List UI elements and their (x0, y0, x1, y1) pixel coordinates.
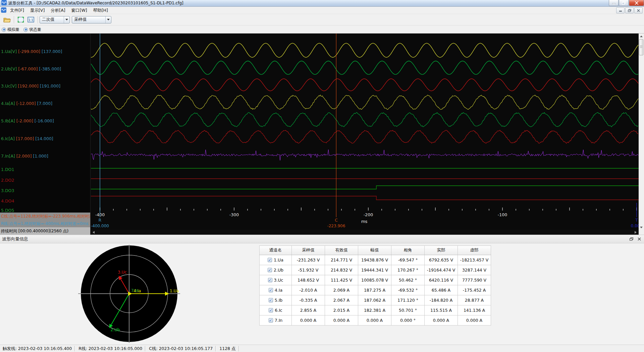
scroll-down-icon[interactable] (639, 225, 644, 230)
svg-text:3.Uc: 3.Uc (118, 270, 127, 275)
chevron-down-icon[interactable] (64, 16, 69, 23)
value-cell: 0.000 A (358, 315, 391, 326)
r-cursor-info: R线:点号=1,绝对时标=-400ms,相对时差=0ms (0, 220, 91, 227)
scroll-right-icon[interactable] (633, 230, 638, 235)
channel-name: 2.Ub (274, 268, 283, 273)
status-item-1: R线: 2023-02-03 10:16:05.000 (76, 346, 145, 351)
cursor-T[interactable]: T0.000 (631, 203, 639, 228)
channel-label-5.Ib[interactable]: 5.Ib[A] [-2.000] [-16.000] (1, 118, 54, 123)
channel-label-7.In[interactable]: 7.In[A] [2.000] [1.000] (1, 154, 48, 159)
child-minimize-button[interactable] (616, 7, 625, 13)
value-cell: 6420.116 V (425, 275, 458, 285)
column-header-5[interactable]: 实部 (425, 246, 458, 255)
channel-label-2.DO2[interactable]: 2.DO2 (1, 178, 14, 183)
column-header-2[interactable]: 有效值 (325, 246, 358, 255)
menu-item-3[interactable]: 窗口[W] (68, 7, 90, 14)
column-header-3[interactable]: 幅值 (358, 246, 391, 255)
table-row[interactable]: ✓3.Uc148.652 V111.425 V10085.078 V50.462… (260, 275, 491, 285)
table-row[interactable]: ✓7.In0.000 A0.000 A0.000 A0.000 °0.000 A… (260, 315, 491, 326)
channel-checkbox[interactable]: ✓ (269, 298, 273, 302)
child-close-button[interactable] (634, 7, 643, 13)
trace-3.Uc (91, 79, 638, 91)
value-cell: 19444.341 V (358, 265, 391, 275)
value-cell: 115.515 A (425, 305, 458, 315)
trace-3.DO3 (91, 186, 639, 189)
vector-panel-body: 1.Ua3.Uc2.Ub4.Ia7.In 通道名采样值有效值幅值相角实部虚部✓1… (0, 243, 644, 345)
open-file-button[interactable] (2, 15, 12, 24)
column-header-4[interactable]: 相角 (391, 246, 425, 255)
vector-panel-header: 波形向量信息 (0, 235, 644, 243)
table-row[interactable]: ✓6.Ic2.855 A2.015 A182.381 A50.701 °115.… (260, 305, 491, 315)
channel-checkbox[interactable]: ✓ (268, 268, 272, 272)
channel-cell: ✓1.Ua (260, 255, 292, 265)
document-icon (1, 7, 6, 14)
svg-text:7.In: 7.In (131, 288, 139, 293)
channel-checkbox[interactable]: ✓ (268, 258, 272, 262)
value-cell: 7777.590 V (458, 275, 491, 285)
panel-float-button[interactable] (628, 236, 635, 242)
channel-label-4.DO4[interactable]: 4.DO4 (1, 198, 14, 203)
column-header-1[interactable]: 采样值 (292, 246, 325, 255)
sample-mode-value: 采样值 (72, 17, 105, 22)
one-to-one-button[interactable]: 1:1 (26, 15, 36, 24)
analog-radio[interactable] (2, 27, 6, 32)
channel-label-2.Ub[interactable]: 2.Ub[V] [-67.000] [-385.000] (1, 66, 61, 71)
cursor-R[interactable]: R-400.000 (91, 34, 109, 228)
scroll-left-icon[interactable] (91, 230, 96, 235)
menu-item-0[interactable]: 文件[F] (7, 7, 27, 14)
close-button[interactable] (629, 0, 644, 6)
value-cell: 2.015 A (325, 305, 358, 315)
svg-text:2.Ub: 2.Ub (111, 328, 120, 332)
status-radio[interactable] (23, 27, 28, 32)
value-mode-select[interactable]: 二次值 (40, 16, 70, 23)
phasor-vector-7.In: 7.In (131, 288, 139, 293)
menu-item-4[interactable]: 帮助[H] (90, 7, 111, 14)
menu-item-2[interactable]: 分析[A] (48, 7, 68, 14)
channel-label-1.Ua[interactable]: 1.Ua[V] [-299.000] [137.000] (1, 49, 62, 54)
restore-button[interactable] (619, 0, 629, 6)
folder-open-icon (3, 17, 11, 23)
fit-view-button[interactable] (16, 15, 26, 24)
vertical-scrollbar[interactable] (639, 34, 644, 235)
child-restore-button[interactable] (625, 7, 634, 13)
table-row[interactable]: ✓1.Ua-231.263 V214.771 V19438.876 V-69.5… (260, 255, 491, 265)
channel-name: 3.Uc (274, 278, 283, 283)
scrollbar-thumb[interactable] (639, 39, 643, 55)
panel-close-button[interactable] (636, 236, 643, 242)
channel-checkbox[interactable]: ✓ (269, 318, 273, 322)
channel-label-6.Ic[interactable]: 6.Ic[A] [17.000] [14.000] (1, 136, 53, 141)
column-header-0[interactable]: 通道名 (260, 246, 292, 255)
table-row[interactable]: ✓2.Ub-51.932 V214.832 V19444.341 V170.26… (260, 265, 491, 275)
channel-name: 5.Ib (275, 298, 283, 303)
channel-name: 4.Ia (275, 288, 282, 293)
channel-label-4.Ia[interactable]: 4.Ia[A] [-12.000] [7.000] (1, 101, 52, 106)
channel-label-3.Uc[interactable]: 3.Uc[V] [192.000] [191.000] (1, 83, 60, 89)
column-header-6[interactable]: 虚部 (458, 246, 491, 255)
scrollbar-corner (639, 230, 644, 235)
channel-checkbox[interactable]: ✓ (269, 288, 273, 292)
value-cell: 214.771 V (325, 255, 358, 265)
value-cell: -184.820 A (425, 295, 458, 305)
menu-item-1[interactable]: 显示[V] (27, 7, 48, 14)
table-row[interactable]: ✓4.Ia-2.010 A2.069 A187.275 A-69.532 °65… (260, 285, 491, 295)
value-cell: 0.000 A (458, 315, 491, 326)
scroll-up-icon[interactable] (639, 34, 644, 39)
channel-label-5.DO5[interactable]: 5.DO5 (1, 208, 14, 213)
minimize-button[interactable] (609, 0, 619, 6)
channel-cell: ✓4.Ia (260, 285, 292, 295)
channel-checkbox[interactable]: ✓ (269, 308, 273, 312)
channel-label-3.DO3[interactable]: 3.DO3 (1, 188, 14, 193)
value-cell: -175.452 A (458, 285, 491, 295)
svg-text:1:1: 1:1 (29, 18, 33, 21)
trace-7.In (91, 150, 638, 160)
sample-mode-select[interactable]: 采样值 (72, 16, 111, 23)
table-row[interactable]: ✓5.Ib-0.335 A2.067 A187.062 A171.120 °-1… (260, 295, 491, 305)
value-cell: -231.263 V (292, 255, 325, 265)
channel-label-1.DO1[interactable]: 1.DO1 (1, 167, 14, 172)
svg-text:-223.906: -223.906 (327, 224, 345, 228)
chevron-down-icon[interactable] (105, 16, 111, 23)
waveform-plot[interactable]: -400-300-200-100msR-400.000C-223.906T0.0… (91, 34, 639, 230)
cursor-C[interactable]: C-223.906 (327, 34, 345, 228)
horizontal-scrollbar[interactable] (91, 230, 638, 235)
channel-checkbox[interactable]: ✓ (268, 278, 272, 282)
